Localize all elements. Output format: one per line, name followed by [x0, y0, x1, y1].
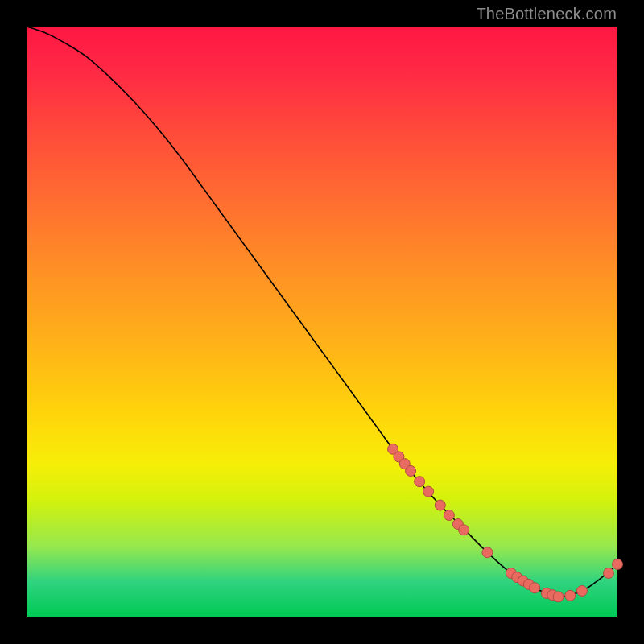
chart-overlay — [27, 27, 617, 617]
data-point — [553, 592, 564, 602]
data-point — [603, 568, 613, 578]
data-point — [459, 525, 469, 535]
chart-stage: TheBottleneck.com — [0, 0, 644, 644]
data-points-group — [388, 444, 623, 602]
data-point — [444, 510, 454, 521]
data-point — [482, 547, 493, 558]
data-point — [613, 559, 623, 569]
data-point — [576, 585, 587, 596]
watermark-label: TheBottleneck.com — [476, 5, 617, 23]
data-point — [435, 500, 445, 510]
data-point — [415, 477, 425, 487]
data-point — [406, 465, 416, 476]
data-point — [565, 590, 576, 601]
bottleneck-curve — [27, 27, 617, 597]
data-point — [530, 583, 540, 593]
data-point — [423, 486, 434, 497]
